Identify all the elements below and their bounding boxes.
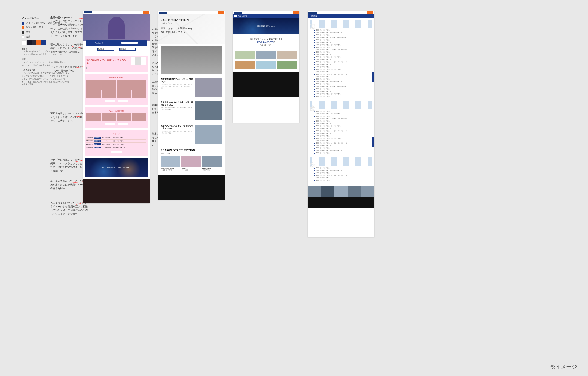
annot-a5: カテゴリに分類してニュースを掲示。スペースをとってしまうため、件数を増やすのは「… <box>50 158 86 173</box>
catchcopy: でん気とあかりで、 社会インフラを支える。 <box>86 58 129 64</box>
contact-button[interactable] <box>143 11 149 14</box>
nav-tech[interactable]: 技術開発 <box>119 48 136 51</box>
footer <box>233 72 299 97</box>
hero-image <box>83 14 150 41</box>
footer <box>83 179 150 203</box>
news-section: ニュース 2020/00/00製品情報ニュースのタイトルテキストテキスト2020… <box>85 130 148 156</box>
annot-a3: どうやってそれを実現するか（HOW：技術紹介など） <box>50 65 86 73</box>
footer <box>308 197 374 208</box>
side-tag[interactable] <box>372 72 374 82</box>
message: 電設資材でつちかった知的技術により 安心安全なインフラを ご提供します。 <box>233 34 299 50</box>
search-input[interactable] <box>121 42 138 44</box>
annot-why: 企業の思い（WHY）トップページはファーストビューが一番大きな影響することなので… <box>50 16 86 38</box>
hero-photo <box>161 46 222 74</box>
nav-products[interactable]: 商品検索 <box>97 48 114 51</box>
search-bar[interactable]: 商品をさがす <box>86 40 147 46</box>
annot-a4: 革新性を出すためにマウスポインを合わせる時、色変化の動きを少し工夫をします。 <box>50 112 86 123</box>
banner-strip[interactable] <box>308 186 374 197</box>
mockup-recruit: 採用情報 昭和 0000 テキストテキスト0000 テキストテキストテキストテキ… <box>308 11 374 237</box>
annot-a6: 基本に忠実なかっちりとした印象を出すために夕景緑イメージの背景を採用 <box>50 179 86 190</box>
mockup-customization: CUSTOMIZATION カスタマイズ力 停電におちいった国際空港を３日で復旧… <box>158 11 225 200</box>
logo[interactable] <box>84 11 92 13</box>
more-button[interactable] <box>86 67 97 69</box>
night-banner[interactable]: 安心・安全のために、挑戦しつづける。 <box>85 158 148 177</box>
footer <box>158 175 225 200</box>
caption: ※イメージ <box>550 363 577 371</box>
mockup-reasons: 選ばれる理由 因幡電機製作所について 電設資材でつちかった知的技術により 安心安… <box>233 11 299 123</box>
annot-a2: 基本がしっかりしている印象を出すためにテキストの前に線を引ききっかりとした印象に <box>50 43 86 54</box>
annot-a7: 人によってものができていくというイメージから 社員が互いに相談しているイメージ … <box>50 201 88 216</box>
mockup-home: 商品をさがす 商品検索 技術開発 でん気とあかりで、 社会インフラを支える。 照… <box>83 11 150 203</box>
